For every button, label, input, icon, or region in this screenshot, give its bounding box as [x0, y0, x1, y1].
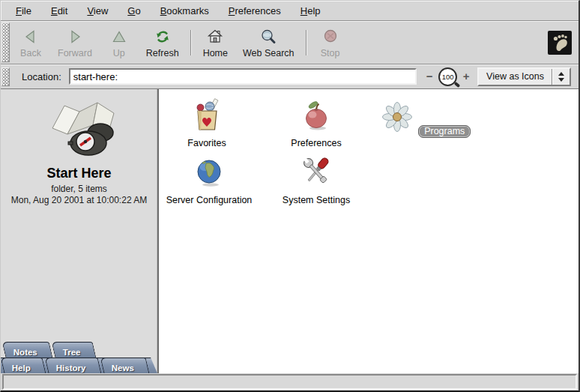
menu-help[interactable]: Help: [291, 2, 330, 19]
nautilus-window: File Edit View Go Bookmarks Preferences …: [0, 0, 580, 392]
sidebar-panel: Start Here folder, 5 items Mon, Aug 20 2…: [1, 89, 159, 373]
icon-view[interactable]: Favorites Preferences: [159, 89, 579, 373]
icon-programs[interactable]: Programs: [375, 98, 474, 138]
refresh-icon: [154, 28, 171, 46]
zoom-out-button[interactable]: −: [424, 71, 435, 82]
icon-preferences[interactable]: Preferences: [267, 97, 366, 148]
view-mode-divider: [552, 69, 553, 85]
location-bar: Location: − 100 + View as Icons: [1, 64, 579, 89]
menu-edit[interactable]: Edit: [42, 2, 76, 19]
view-mode-spinner-icon: [556, 72, 567, 82]
zoom-in-button[interactable]: +: [461, 71, 471, 82]
back-button[interactable]: Back: [11, 21, 50, 64]
sidebar-date-info: Mon, Aug 20 2001 at 10:00:22 AM: [1, 195, 157, 205]
gnome-foot-throbber-icon[interactable]: [548, 31, 572, 55]
apple-icon: [298, 97, 334, 133]
tab-help[interactable]: Help: [1, 358, 46, 373]
icon-label: System Settings: [267, 195, 366, 205]
tab-tree[interactable]: Tree: [52, 342, 97, 358]
menu-go[interactable]: Go: [118, 2, 149, 19]
sidebar-tab-row-2: Help History News: [1, 358, 157, 373]
toolbar-separator: [306, 30, 307, 55]
stop-icon: [322, 28, 339, 46]
favorites-bag-icon: [189, 97, 225, 133]
icon-system-settings[interactable]: System Settings: [267, 154, 366, 205]
refresh-button[interactable]: Refresh: [139, 21, 187, 64]
location-label: Location:: [22, 71, 61, 82]
menu-view[interactable]: View: [78, 2, 117, 19]
stop-button[interactable]: Stop: [311, 21, 350, 64]
web-search-button[interactable]: Web Search: [235, 21, 302, 64]
view-mode-value: View as Icons: [486, 71, 544, 82]
icon-label: Preferences: [267, 138, 366, 148]
content-area: Start Here folder, 5 items Mon, Aug 20 2…: [1, 89, 579, 373]
forward-button[interactable]: Forward: [50, 21, 100, 64]
icon-label: Server Configuration: [160, 195, 259, 205]
menu-bar: File Edit View Go Bookmarks Preferences …: [1, 1, 579, 21]
up-button[interactable]: Up: [100, 21, 139, 64]
web-search-icon: [260, 28, 277, 46]
toolbar-grip-handle[interactable]: [1, 22, 10, 62]
location-input[interactable]: [69, 68, 417, 85]
sidebar-tab-row-1: Notes Tree: [1, 342, 157, 358]
up-icon: [111, 28, 127, 46]
sidebar-tab-rows: Notes Tree Help History News: [1, 342, 157, 373]
tools-icon: [298, 154, 334, 190]
icon-label: Favorites: [159, 138, 256, 148]
icon-label: Programs: [418, 125, 471, 138]
icon-favorites[interactable]: Favorites: [159, 97, 256, 148]
menu-preferences[interactable]: Preferences: [220, 2, 290, 19]
sidebar-title: Start Here: [1, 166, 157, 181]
globe-icon: [191, 154, 227, 190]
back-icon: [22, 28, 39, 46]
zoom-level-indicator[interactable]: 100: [438, 67, 457, 86]
home-button[interactable]: Home: [196, 21, 235, 64]
zoom-control: − 100 +: [424, 67, 471, 86]
tab-history[interactable]: History: [44, 358, 100, 373]
map-compass-icon: [34, 149, 124, 162]
sidebar-info: Start Here folder, 5 items Mon, Aug 20 2…: [1, 89, 157, 342]
sidebar-folder-info: folder, 5 items: [1, 184, 157, 194]
forward-icon: [67, 28, 83, 46]
toolbar-separator: [190, 30, 192, 55]
toolbar: Back Forward Up Refresh: [1, 21, 579, 64]
menu-bookmarks[interactable]: Bookmarks: [151, 2, 218, 19]
status-bar: [2, 374, 577, 390]
flower-icon: [379, 98, 415, 134]
view-mode-select[interactable]: View as Icons: [477, 67, 571, 86]
tab-notes[interactable]: Notes: [2, 342, 53, 358]
tab-news[interactable]: News: [100, 358, 149, 373]
icon-server-configuration[interactable]: Server Configuration: [160, 154, 259, 205]
locationbar-grip-handle[interactable]: [1, 67, 10, 86]
home-icon: [207, 28, 223, 46]
menu-file[interactable]: File: [7, 2, 40, 19]
